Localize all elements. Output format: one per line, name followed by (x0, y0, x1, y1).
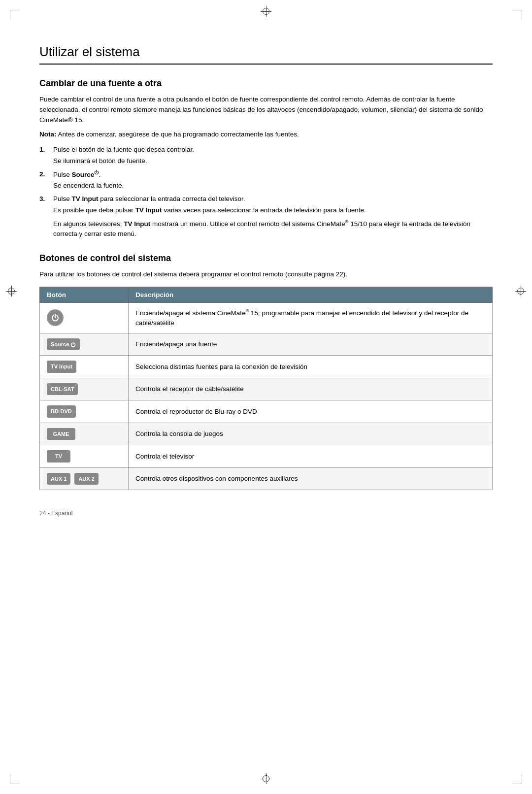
note-body: Antes de comenzar, asegúrese de que ha p… (58, 131, 299, 138)
button-tv-input: TV Input (47, 361, 76, 373)
step-2-num: 2. (39, 169, 53, 180)
corner-mark-tl (10, 10, 20, 20)
step-2-bold: Source (72, 170, 95, 178)
crosshair-top (261, 6, 271, 17)
footer: 24 - Español (39, 510, 493, 517)
step-2: 2. Pulse Source⏻. (39, 169, 493, 180)
step-3-bold: TV Input (72, 195, 99, 202)
power-icon (51, 314, 59, 322)
step-3-sub1: Es posible que deba pulsar TV Input vari… (53, 205, 493, 216)
button-game: GAME (47, 428, 75, 440)
step-1: 1. Pulse el botón de la fuente que desea… (39, 145, 493, 155)
section-botones-intro: Para utilizar los botones de control del… (39, 269, 493, 280)
table-header-row: Botón Descripción (40, 287, 493, 302)
page-title: Utilizar el sistema (39, 44, 493, 65)
control-table: Botón Descripción Enciende/apaga el sist… (39, 287, 493, 491)
steps-list-2: 2. Pulse Source⏻. (39, 169, 493, 180)
corner-mark-bl (10, 774, 20, 784)
button-bd-dvd: BD-DVD (47, 405, 76, 418)
corner-mark-tr (512, 10, 522, 20)
table-cell-desc-tv-input: Selecciona distintas fuentes para la con… (129, 356, 493, 378)
step-2-sub: Se encenderá la fuente. (53, 181, 493, 191)
button-power (47, 309, 64, 326)
table-row: BD-DVD Controla el reproductor de Blu-ra… (40, 400, 493, 423)
button-tv: TV (47, 450, 70, 463)
steps-list-3: 3. Pulse TV Input para seleccionar la en… (39, 194, 493, 204)
table-row: TV Controla el televisor (40, 445, 493, 468)
table-cell-desc-tv: Controla el televisor (129, 445, 493, 468)
button-source: Source (47, 338, 80, 351)
table-row: Source Enciende/apaga una fuente (40, 333, 493, 356)
section-cambiar-title: Cambiar de una fuente a otra (39, 78, 493, 89)
step-2-sup: ⏻ (94, 170, 99, 175)
table-cell-button-bd-dvd: BD-DVD (40, 400, 129, 423)
table-cell-button-cbl-sat: CBL-SAT (40, 378, 129, 400)
section-botones-title: Botones de control del sistema (39, 253, 493, 264)
table-row: GAME Controla la consola de juegos (40, 423, 493, 445)
step-3-num: 3. (39, 194, 53, 204)
button-cbl-sat: CBL-SAT (47, 383, 78, 396)
source-power-icon (70, 342, 76, 347)
crosshair-left (6, 286, 17, 297)
table-cell-button-source: Source (40, 333, 129, 356)
table-cell-desc-game: Controla la consola de juegos (129, 423, 493, 445)
table-row: Enciende/apaga el sistema CineMate® 15; … (40, 302, 493, 333)
page: Utilizar el sistema Cambiar de una fuent… (0, 0, 532, 794)
button-aux1: AUX 1 (47, 473, 70, 485)
button-aux2: AUX 2 (74, 473, 98, 485)
crosshair-right (515, 286, 526, 297)
table-cell-button-game: GAME (40, 423, 129, 445)
table-cell-desc-bd-dvd: Controla el reproductor de Blu-ray o DVD (129, 400, 493, 423)
table-row: AUX 1 AUX 2 Controla otros dispositivos … (40, 467, 493, 490)
note-label: Nota: (39, 131, 57, 138)
table-cell-button-tv-input: TV Input (40, 356, 129, 378)
table-cell-desc-source: Enciende/apaga una fuente (129, 333, 493, 356)
table-row: CBL-SAT Controla el receptor de cable/sa… (40, 378, 493, 400)
corner-mark-br (512, 774, 522, 784)
step-2-content: Pulse Source⏻. (53, 169, 493, 180)
steps-list: 1. Pulse el botón de la fuente que desea… (39, 145, 493, 155)
step-1-content: Pulse el botón de la fuente que desea co… (53, 145, 493, 155)
step-3-sub1-bold: TV Input (135, 206, 162, 214)
footer-text: 24 - Español (39, 510, 72, 517)
table-cell-button-tv: TV (40, 445, 129, 468)
table-row: TV Input Selecciona distintas fuentes pa… (40, 356, 493, 378)
crosshair-bottom (261, 773, 271, 784)
step-3: 3. Pulse TV Input para seleccionar la en… (39, 194, 493, 204)
step-1-num: 1. (39, 145, 53, 155)
table-header-description: Descripción (129, 287, 493, 302)
table-header-button: Botón (40, 287, 129, 302)
step-1-sub: Se iluminará el botón de fuente. (53, 156, 493, 166)
table-cell-desc-cbl-sat: Controla el receptor de cable/satélite (129, 378, 493, 400)
section-cambiar-intro: Puede cambiar el control de una fuente a… (39, 95, 493, 126)
step-3-sub2-bold: TV Input (124, 220, 150, 227)
table-cell-button-power (40, 302, 129, 333)
table-cell-desc-aux: Controla otros dispositivos con componen… (129, 467, 493, 490)
button-aux-pair: AUX 1 AUX 2 (47, 473, 121, 485)
table-cell-button-aux: AUX 1 AUX 2 (40, 467, 129, 490)
table-cell-desc-power: Enciende/apaga el sistema CineMate® 15; … (129, 302, 493, 333)
section-cambiar-note: Nota: Antes de comenzar, asegúrese de qu… (39, 130, 493, 140)
step-3-sub2: En algunos televisores, TV Input mostrar… (53, 219, 493, 239)
step-3-content: Pulse TV Input para seleccionar la entra… (53, 194, 493, 204)
